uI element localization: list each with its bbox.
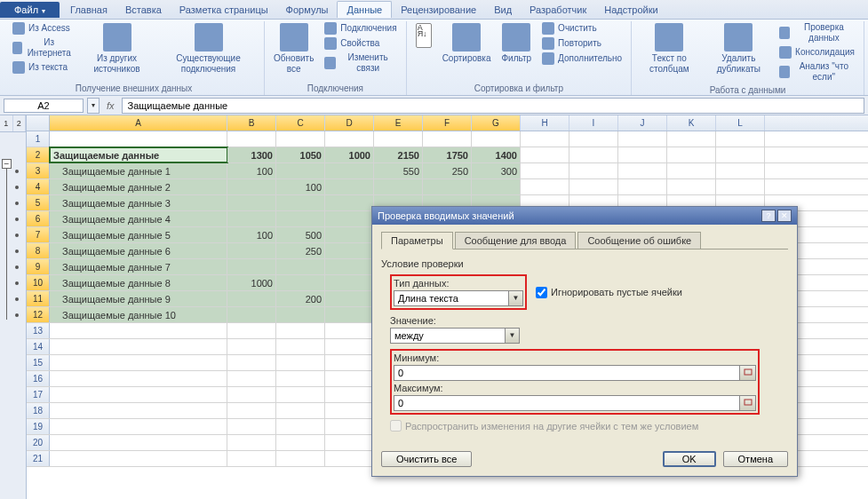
cell-F1[interactable] <box>423 131 472 147</box>
col-header-F[interactable]: F <box>423 115 472 131</box>
cell-C14[interactable] <box>276 339 325 354</box>
tab-file[interactable]: Файл <box>0 2 60 18</box>
cell-C15[interactable] <box>276 355 325 370</box>
cell-F4[interactable] <box>423 179 472 194</box>
cell-A19[interactable] <box>50 419 227 434</box>
cell-B14[interactable] <box>227 339 276 354</box>
cell-B7[interactable]: 100 <box>227 227 276 242</box>
tab-addins[interactable]: Надстройки <box>595 2 666 18</box>
cell-I1[interactable] <box>569 131 618 147</box>
tab-review[interactable]: Рецензирование <box>392 2 485 18</box>
cell-C7[interactable]: 500 <box>276 227 325 242</box>
row-header-8[interactable]: 8 <box>27 243 50 258</box>
row-header-19[interactable]: 19 <box>27 419 50 434</box>
btn-consolidate[interactable]: Консолидация <box>776 45 858 59</box>
row-header-1[interactable]: 1 <box>27 131 50 147</box>
row-header-18[interactable]: 18 <box>27 403 50 418</box>
dlg-tab-error-msg[interactable]: Сообщение об ошибке <box>577 232 701 250</box>
cell-D15[interactable] <box>325 355 374 370</box>
btn-remove-dup[interactable]: Удалить дубликаты <box>705 21 773 76</box>
formula-input[interactable] <box>122 98 864 114</box>
cell-J4[interactable] <box>618 179 667 194</box>
row-header-13[interactable]: 13 <box>27 323 50 338</box>
cell-B16[interactable] <box>227 371 276 386</box>
cell-B9[interactable] <box>227 259 276 274</box>
btn-connections[interactable]: Подключения <box>321 21 400 36</box>
cell-B3[interactable]: 100 <box>227 163 276 178</box>
cell-A3[interactable]: Защищаемые данные 1 <box>50 163 227 178</box>
col-header-G[interactable]: G <box>472 115 521 131</box>
row-header-6[interactable]: 6 <box>27 211 50 226</box>
cell-D20[interactable] <box>325 435 374 450</box>
row-header-9[interactable]: 9 <box>27 259 50 274</box>
cell-A7[interactable]: Защищаемые данные 5 <box>50 227 227 242</box>
cell-I4[interactable] <box>569 179 618 194</box>
btn-existing-conn[interactable]: Существующие подключения <box>158 21 259 76</box>
outline-level-1[interactable]: 1 <box>0 115 13 131</box>
cell-A17[interactable] <box>50 387 227 402</box>
cell-C18[interactable] <box>276 403 325 418</box>
cell-C21[interactable] <box>276 451 325 466</box>
cell-L4[interactable] <box>716 179 765 194</box>
tab-view[interactable]: Вид <box>485 2 521 18</box>
cell-A11[interactable]: Защищаемые данные 9 <box>50 291 227 306</box>
cell-D9[interactable] <box>325 259 374 274</box>
cell-C11[interactable]: 200 <box>276 291 325 306</box>
row-header-16[interactable]: 16 <box>27 371 50 386</box>
cell-C20[interactable] <box>276 435 325 450</box>
cell-B19[interactable] <box>227 419 276 434</box>
cell-A12[interactable]: Защищаемые данные 10 <box>50 307 227 322</box>
cell-C17[interactable] <box>276 387 325 402</box>
cell-B21[interactable] <box>227 451 276 466</box>
cell-A14[interactable] <box>50 339 227 354</box>
row-header-17[interactable]: 17 <box>27 387 50 402</box>
cell-B10[interactable]: 1000 <box>227 275 276 290</box>
dialog-help-button[interactable]: ? <box>761 210 776 222</box>
cell-F3[interactable]: 250 <box>423 163 472 178</box>
cell-G2[interactable]: 1400 <box>472 147 521 162</box>
cell-D6[interactable] <box>325 211 374 226</box>
cell-J2[interactable] <box>618 147 667 162</box>
cell-K4[interactable] <box>667 179 716 194</box>
cell-D10[interactable] <box>325 275 374 290</box>
cell-A9[interactable]: Защищаемые данные 7 <box>50 259 227 274</box>
cell-L2[interactable] <box>716 147 765 162</box>
cell-D17[interactable] <box>325 387 374 402</box>
cell-B8[interactable] <box>227 243 276 258</box>
cell-D16[interactable] <box>325 371 374 386</box>
type-dropdown[interactable] <box>394 290 509 306</box>
row-header-7[interactable]: 7 <box>27 227 50 242</box>
cell-D21[interactable] <box>325 451 374 466</box>
cell-D13[interactable] <box>325 323 374 338</box>
cell-I2[interactable] <box>569 147 618 162</box>
cell-L3[interactable] <box>716 163 765 178</box>
cell-A10[interactable]: Защищаемые данные 8 <box>50 275 227 290</box>
max-input[interactable] <box>394 395 740 411</box>
cell-L1[interactable] <box>716 131 765 147</box>
cell-C10[interactable] <box>276 275 325 290</box>
cell-D5[interactable] <box>325 195 374 210</box>
dialog-close-button[interactable]: ✕ <box>777 210 792 222</box>
cell-C19[interactable] <box>276 419 325 434</box>
col-header-I[interactable]: I <box>569 115 618 131</box>
data-dropdown[interactable] <box>390 328 506 344</box>
row-header-14[interactable]: 14 <box>27 339 50 354</box>
cell-C1[interactable] <box>276 131 325 147</box>
row-header-21[interactable]: 21 <box>27 451 50 466</box>
cell-B11[interactable] <box>227 291 276 306</box>
row-header-15[interactable]: 15 <box>27 355 50 370</box>
cell-B18[interactable] <box>227 403 276 418</box>
btn-refresh-all[interactable]: Обновить все <box>270 21 317 76</box>
cell-C3[interactable] <box>276 163 325 178</box>
col-header-A[interactable]: A <box>50 115 227 131</box>
dlg-tab-settings[interactable]: Параметры <box>381 232 453 250</box>
btn-text-to-cols[interactable]: Текст по столбцам <box>637 21 701 76</box>
btn-clear-filter[interactable]: Очистить <box>538 21 625 36</box>
btn-from-web[interactable]: Из Интернета <box>9 36 76 59</box>
btn-reapply[interactable]: Повторить <box>538 36 625 51</box>
cell-D12[interactable] <box>325 307 374 322</box>
cell-A13[interactable] <box>50 323 227 338</box>
cell-B1[interactable] <box>227 131 276 147</box>
cell-D7[interactable] <box>325 227 374 242</box>
cell-D19[interactable] <box>325 419 374 434</box>
